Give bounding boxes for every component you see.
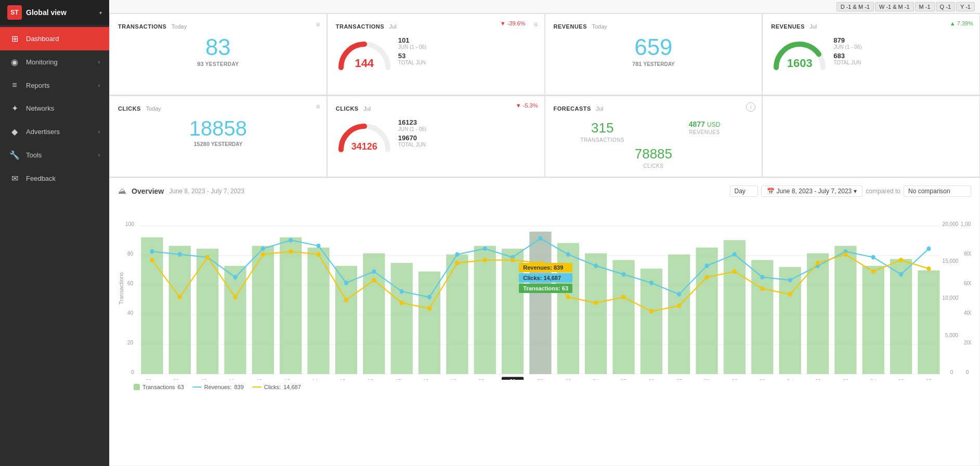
revenue-dot — [372, 269, 376, 274]
clicks-dot — [621, 295, 625, 300]
transactions-today-value: 83 — [118, 36, 318, 59]
svg-rect-51 — [863, 266, 884, 374]
revenue-dot — [621, 272, 625, 277]
info-icon[interactable]: i — [746, 102, 755, 112]
topbar-w1m1-button[interactable]: W -1 & M -1 — [875, 2, 914, 11]
card-menu-icon[interactable]: ≡ — [316, 102, 320, 111]
chart-area: 0 20 40 60 80 100 Transactions 0 5,000 1… — [118, 203, 971, 380]
sidebar-item-monitoring[interactable]: ◉ Monitoring › — [0, 50, 109, 74]
revenue-dot — [150, 249, 154, 254]
tools-icon: 🔧 — [9, 150, 20, 160]
legend-transactions-box — [134, 384, 140, 390]
clicks-dot — [899, 258, 903, 262]
chevron-right-icon: › — [98, 59, 100, 65]
svg-text:10,000: 10,000 — [943, 295, 959, 301]
clicks-dot — [760, 286, 764, 291]
sidebar-item-label: Dashboard — [26, 35, 59, 43]
revenue-dot — [649, 281, 654, 285]
svg-text:04: 04 — [870, 378, 876, 380]
svg-text:20: 20 — [478, 378, 484, 380]
sidebar-header[interactable]: ST Global view ▾ — [0, 0, 109, 25]
sidebar-item-dashboard[interactable]: ⊞ Dashboard — [0, 27, 109, 50]
topbar-d1m1-button[interactable]: D -1 & M -1 — [837, 2, 874, 11]
revenue-dot — [733, 252, 737, 257]
forecasts-card: FORECASTS Jul i 315 TRANSACTIONS 4877 US… — [545, 96, 762, 177]
revenues-today-yesterday: 781 YESTERDAY — [554, 61, 754, 67]
clicks-dot — [871, 269, 876, 274]
clicks-dot — [511, 258, 515, 262]
overview-section: ⛰ Overview June 8, 2023 - July 7, 2023 D… — [110, 178, 979, 465]
transactions-today-card: TRANSACTIONS Today ≡ 83 93 YESTERDAY — [110, 14, 326, 95]
clicks-dot — [205, 255, 210, 260]
topbar-y1-button[interactable]: Y -1 — [956, 2, 975, 11]
svg-text:600: 600 — [964, 280, 971, 287]
overview-dates: June 8, 2023 - July 7, 2023 — [169, 188, 244, 195]
date-range-button[interactable]: 📅 June 8, 2023 - July 7, 2023 ▾ — [761, 185, 863, 197]
revenues-jul-gauge: 1603 879 JUN (1 - 06) 683 TOTAL JUN — [771, 34, 971, 70]
card-title-transactions-today: TRANSACTIONS Today — [118, 21, 318, 31]
chevron-down-icon: ▾ — [854, 188, 857, 195]
comparison-select[interactable]: No comparison — [904, 185, 971, 197]
clicks-dot — [705, 275, 709, 279]
sidebar-nav: ⊞ Dashboard ◉ Monitoring › ≡ Reports › ✦… — [0, 25, 109, 466]
clicks-dot — [649, 309, 654, 314]
svg-rect-25 — [141, 237, 163, 374]
svg-text:20,000: 20,000 — [943, 220, 959, 227]
gauge-center-value: 34126 — [351, 141, 377, 152]
sidebar-item-feedback[interactable]: ✉ Feedback — [0, 167, 109, 190]
svg-text:0: 0 — [131, 369, 134, 376]
revenue-dot — [344, 281, 348, 285]
sidebar-item-tools[interactable]: 🔧 Tools › — [0, 143, 109, 167]
clicks-jul-card: CLICKS Jul ▼ -5.3% 34126 16123 JUN (1 - … — [328, 96, 544, 177]
compared-to-label: compared to — [866, 188, 900, 195]
svg-rect-30 — [280, 237, 302, 374]
svg-text:09: 09 — [173, 378, 179, 380]
forecast-clicks-value: 78885 — [554, 146, 754, 162]
sidebar-item-label: Networks — [26, 104, 54, 112]
svg-rect-39 — [529, 232, 551, 374]
monitoring-icon: ◉ — [9, 57, 20, 67]
svg-rect-50 — [834, 246, 856, 374]
svg-text:14: 14 — [312, 378, 318, 380]
revenue-dot — [594, 263, 598, 268]
reports-icon: ≡ — [9, 81, 20, 90]
svg-rect-34 — [391, 263, 413, 374]
clicks-dot — [733, 269, 737, 274]
clicks-today-yesterday: 15280 YESTERDAY — [118, 141, 318, 147]
sidebar: ST Global view ▾ ⊞ Dashboard ◉ Monitorin… — [0, 0, 109, 466]
svg-text:16: 16 — [368, 378, 373, 380]
day-select[interactable]: Day — [730, 185, 758, 197]
svg-text:17: 17 — [395, 378, 401, 380]
card-menu-icon[interactable]: ≡ — [533, 20, 538, 29]
svg-text:28: 28 — [704, 378, 710, 380]
svg-text:800: 800 — [964, 250, 971, 257]
metrics-grid: TRANSACTIONS Today ≡ 83 93 YESTERDAY TRA… — [109, 14, 980, 96]
legend-revenues-val: 839 — [234, 384, 243, 390]
sidebar-item-advertisers[interactable]: ◆ Advertisers › — [0, 120, 109, 143]
transactions-today-yesterday: 93 YESTERDAY — [118, 61, 318, 67]
svg-text:27: 27 — [676, 378, 682, 380]
topbar-q1-button[interactable]: Q -1 — [936, 2, 955, 11]
svg-text:10: 10 — [201, 378, 207, 380]
legend-clicks: Clicks: 14,687 — [252, 384, 301, 390]
clicks-dot — [372, 278, 376, 283]
sidebar-item-networks[interactable]: ✦ Networks — [0, 97, 109, 120]
sidebar-item-label: Monitoring — [26, 58, 58, 66]
sidebar-item-label: Reports — [26, 82, 50, 89]
sidebar-item-reports[interactable]: ≡ Reports › — [0, 74, 109, 97]
clicks-dot — [566, 295, 570, 300]
topbar-m1-button[interactable]: M -1 — [915, 2, 935, 11]
forecast-revenues-value: 4877 — [689, 120, 705, 128]
gauge-wrap: 34126 — [336, 116, 393, 152]
advertisers-icon: ◆ — [9, 127, 20, 137]
sidebar-item-label: Advertisers — [26, 128, 60, 136]
svg-text:0: 0 — [950, 369, 953, 376]
forecast-clicks-label: CLICKS — [554, 163, 754, 169]
main-content: D -1 & M -1 W -1 & M -1 M -1 Q -1 Y -1 T… — [109, 0, 980, 466]
tooltip-transactions: Transactions: 63 — [519, 284, 572, 293]
svg-text:19: 19 — [451, 378, 456, 380]
legend-transactions-label: Transactions — [142, 384, 175, 390]
clicks-dot — [150, 258, 154, 262]
revenue-dot — [427, 295, 432, 300]
card-menu-icon[interactable]: ≡ — [316, 20, 320, 29]
